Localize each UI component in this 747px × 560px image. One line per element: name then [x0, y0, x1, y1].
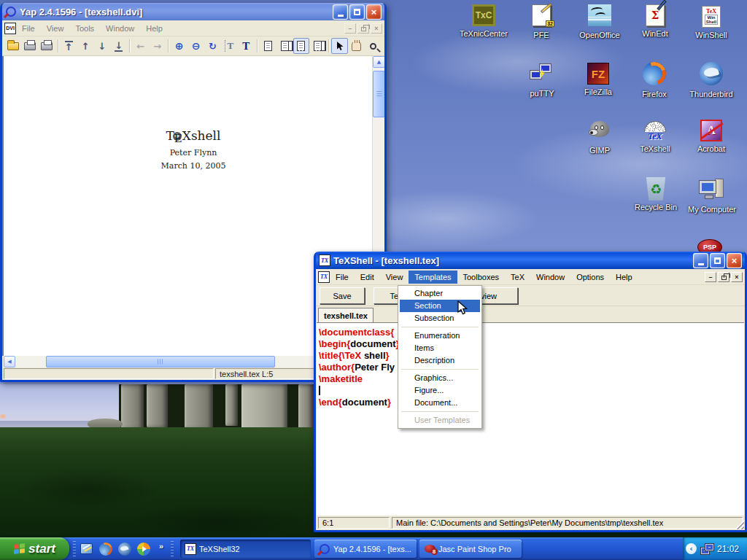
desktop-icon-gimp[interactable]: GIMP: [570, 118, 629, 155]
desktop-icon-thunderbird[interactable]: Thunderbird: [682, 61, 740, 98]
network-tray-icon[interactable]: [700, 543, 713, 555]
child-close-button[interactable]: ×: [731, 272, 743, 282]
start-button[interactable]: start: [0, 537, 69, 560]
horizontal-scroll-thumb[interactable]: [46, 356, 275, 368]
desktop-icon-winedt[interactable]: Σ WinEdt: [626, 3, 684, 38]
vertical-scroll-thumb[interactable]: [373, 71, 384, 117]
forward-button[interactable]: →: [149, 38, 166, 54]
taskarea-handle[interactable]: [171, 541, 174, 556]
status-cell-empty: [4, 368, 214, 379]
windows-flag-icon: [14, 543, 25, 554]
child-restore-button[interactable]: [357, 23, 369, 34]
menu-item-items[interactable]: Items: [400, 342, 480, 354]
print-button[interactable]: [22, 38, 39, 54]
yap-close-button[interactable]: ×: [366, 4, 382, 20]
texshell-minimize-button[interactable]: [693, 253, 708, 268]
yap-toolbar: ↑↑↓↓←→⊕⊖↻TT: [2, 36, 384, 56]
texshell-menu-options[interactable]: Options: [570, 271, 610, 284]
yap-minimize-button[interactable]: [333, 4, 348, 20]
tray-chevron-icon[interactable]: ‹: [686, 543, 697, 554]
scroll-up-button[interactable]: ▲: [373, 56, 384, 68]
yap-title-bar[interactable]: Yap 2.4.1596 - [texshell.dvi] ×: [2, 3, 384, 20]
desktop-icon-pfe[interactable]: 32 PFE: [512, 3, 570, 39]
task-button-texshell[interactable]: TXTeXShell32: [180, 540, 311, 558]
view-single-button[interactable]: [260, 38, 276, 54]
texshell-menu-help[interactable]: Help: [610, 271, 638, 284]
scroll-left-button[interactable]: ◀: [4, 356, 15, 368]
view-continuous-facing-button[interactable]: [309, 38, 326, 54]
yap-menu-file[interactable]: File: [16, 22, 41, 35]
child-close-button[interactable]: ×: [371, 23, 382, 34]
texshell-menu-tex[interactable]: TeX: [505, 271, 530, 284]
menu-item-subsection[interactable]: Subsection: [400, 312, 480, 324]
code-line: \title{\TeX shell}: [319, 350, 744, 362]
zoom-out-button[interactable]: ⊖: [187, 38, 204, 54]
quicklaunch-thunderbird-icon[interactable]: [117, 541, 132, 556]
texshell-menu-window[interactable]: Window: [530, 271, 570, 284]
menu-item-section[interactable]: Section: [400, 300, 480, 312]
text-mode-button[interactable]: T: [238, 38, 255, 54]
menu-item-graphics[interactable]: Graphics...: [400, 372, 480, 384]
open-folder-button[interactable]: [5, 38, 22, 54]
texshell-menu-file[interactable]: File: [330, 271, 355, 284]
menu-item-figure[interactable]: Figure...: [400, 384, 480, 397]
desktop-icon-filezilla[interactable]: FZ FileZilla: [569, 61, 627, 96]
desktop-icon-recyclebin[interactable]: ♻ Recycle Bin: [627, 176, 685, 211]
save-button[interactable]: Save: [320, 287, 365, 304]
refresh-button[interactable]: ↻: [204, 38, 221, 54]
desktop-icon-acrobat[interactable]: A Acrobat: [682, 118, 740, 153]
desktop-icon-texniccenter[interactable]: TxC TeXnicCenter: [454, 3, 513, 38]
yap-menu-window[interactable]: Window: [100, 22, 140, 35]
desktop-icon-winshell[interactable]: TeXWinShell WinShell: [682, 3, 740, 39]
quicklaunch-firefox-icon[interactable]: [98, 541, 113, 556]
menu-item-enumeration[interactable]: Enumeration: [400, 330, 480, 342]
view-facing-button[interactable]: [276, 38, 293, 54]
first-page-button[interactable]: ↑: [61, 38, 77, 54]
menu-item-description[interactable]: Description: [400, 354, 480, 367]
desktop-icon-firefox[interactable]: Firefox: [625, 61, 684, 98]
task-button-yap[interactable]: Yap 2.4.1596 - [texs...: [314, 540, 417, 558]
print-document-button[interactable]: [39, 38, 55, 54]
quicklaunch-media-player-icon[interactable]: [136, 541, 151, 556]
select-tool-button[interactable]: [331, 38, 348, 54]
child-restore-button[interactable]: [718, 272, 729, 282]
tab-texshell-tex[interactable]: texshell.tex: [318, 308, 374, 322]
yap-menu-help[interactable]: Help: [140, 22, 169, 35]
magnifier-tool-button[interactable]: [365, 38, 382, 54]
yap-maximize-button[interactable]: [349, 4, 365, 20]
texshell-editor[interactable]: \documentclass{\begin{document}\title{\T…: [317, 322, 744, 516]
texshell-menu-bar: TX FileEditViewTemplatesToolboxesTeXWind…: [316, 269, 745, 285]
dvi-date-text: March 10, 2005: [120, 161, 266, 171]
quicklaunch-handle[interactable]: [73, 541, 76, 556]
resize-grip[interactable]: [735, 520, 744, 529]
menu-item-chapter[interactable]: Chapter: [400, 287, 480, 300]
desktop-icon-texshell[interactable]: TeX TeXshell: [626, 118, 684, 153]
zoom-in-button[interactable]: ⊕: [171, 38, 187, 54]
quicklaunch-show-desktop-icon[interactable]: [79, 541, 94, 556]
child-minimize-button[interactable]: –: [705, 272, 716, 282]
texshell-maximize-button[interactable]: [710, 253, 725, 268]
child-minimize-button[interactable]: –: [344, 23, 356, 34]
menu-item-document[interactable]: Document...: [400, 397, 480, 409]
texshell-title-bar[interactable]: TX TeXShell - [texshell.tex] ×: [316, 252, 745, 269]
back-button[interactable]: ←: [132, 38, 149, 54]
desktop-icon-openoffice[interactable]: OpenOffice: [570, 3, 629, 39]
texshell-close-button[interactable]: ×: [727, 253, 742, 268]
ruler-button[interactable]: T: [221, 38, 238, 54]
desktop-icon-mycomputer[interactable]: My Computer: [683, 176, 741, 214]
previous-page-button[interactable]: ↑: [77, 38, 94, 54]
desktop-icon-putty[interactable]: puTTY: [513, 61, 571, 98]
texshell-menu-templates[interactable]: Templates: [409, 271, 457, 284]
next-page-button[interactable]: ↓: [94, 38, 111, 54]
hand-tool-button[interactable]: [348, 38, 365, 54]
menu-separator: [401, 411, 479, 412]
quicklaunch-overflow-chevron[interactable]: »: [159, 542, 163, 551]
yap-menu-tools[interactable]: Tools: [69, 22, 100, 35]
task-button-psp[interactable]: Jasc Paint Shop Pro: [419, 540, 522, 558]
view-continuous-button[interactable]: [293, 38, 310, 54]
last-page-button[interactable]: ↓: [110, 38, 127, 54]
texshell-menu-view[interactable]: View: [380, 271, 409, 284]
texshell-menu-edit[interactable]: Edit: [355, 271, 380, 284]
yap-menu-view[interactable]: View: [41, 22, 70, 35]
texshell-menu-toolboxes[interactable]: Toolboxes: [457, 271, 506, 284]
